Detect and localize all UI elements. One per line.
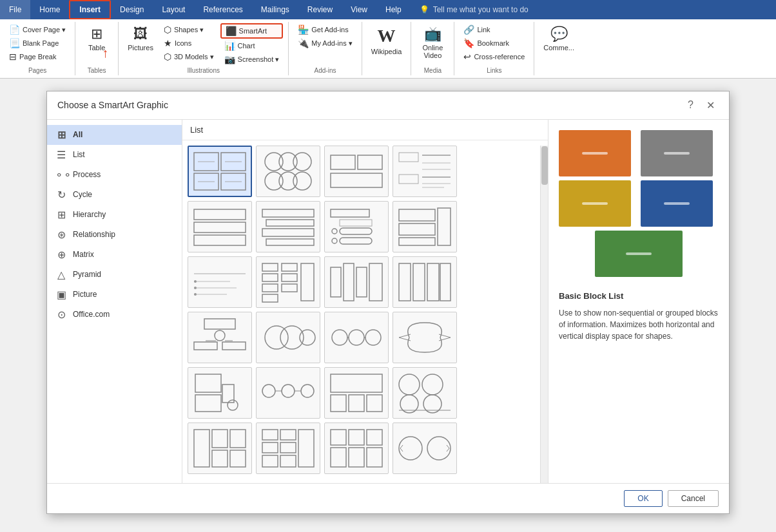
category-officecom[interactable]: ⊙ Office.com [47, 305, 182, 325]
comment-button[interactable]: 💬 Comme... [539, 23, 578, 54]
ok-button[interactable]: OK [624, 490, 662, 507]
smartart-button[interactable]: ⬛ SmartArt [220, 23, 284, 39]
bookmark-icon: 🔖 [463, 38, 474, 48]
pages-items: 📄 Cover Page ▾ 📃 Blank Page ⊟ Page Break [5, 23, 70, 63]
grid-item-9[interactable] [188, 256, 252, 308]
grid-scrollbar[interactable] [540, 146, 548, 483]
svg-rect-14 [331, 155, 355, 169]
dialog-help-button[interactable]: ? [684, 98, 697, 112]
addins-items: 🏪 Get Add-ins 🔌 My Add-ins ▾ [294, 23, 356, 50]
grid-item-10[interactable] [256, 256, 320, 308]
grid-item-3[interactable] [324, 146, 389, 197]
tab-insert[interactable]: Insert [69, 0, 111, 19]
blank-page-button[interactable]: 📃 Blank Page [5, 37, 70, 50]
grid-item-22[interactable] [256, 423, 320, 474]
category-list[interactable]: ☰ List [47, 145, 182, 165]
grid-item-15[interactable] [324, 312, 389, 363]
grid-item-16[interactable] [393, 312, 457, 363]
category-cycle[interactable]: ↻ Cycle [47, 185, 182, 205]
svg-rect-63 [427, 263, 439, 301]
ribbon-tab-list: File Home Insert Design Layout Reference… [0, 0, 776, 19]
pictures-button[interactable]: 🖼 Pictures [124, 23, 157, 54]
svg-rect-41 [399, 238, 435, 245]
grid-item-19[interactable] [324, 367, 389, 419]
category-process[interactable]: ⚬⚬ Process [47, 165, 182, 185]
tab-references[interactable]: References [194, 0, 251, 19]
grid-item-6[interactable] [256, 201, 320, 252]
grid-scroll[interactable] [182, 140, 548, 483]
category-picture[interactable]: ▣ Picture [47, 285, 182, 305]
dialog-body: ⊞ All ☰ List ⚬⚬ Process ↻ Cycle [47, 120, 729, 483]
category-pyramid[interactable]: △ Pyramid [47, 265, 182, 285]
svg-point-119 [399, 437, 422, 460]
tab-home[interactable]: Home [30, 0, 69, 19]
cross-reference-button[interactable]: ↩ Cross-reference [460, 50, 529, 63]
grid-item-5[interactable] [188, 201, 252, 252]
get-addins-button[interactable]: 🏪 Get Add-ins [294, 23, 356, 36]
tab-layout[interactable]: Layout [153, 0, 194, 19]
link-button[interactable]: 🔗 Link [460, 23, 529, 36]
grid-item-21[interactable] [188, 423, 252, 474]
screenshot-button[interactable]: 📷 Screenshot ▾ [220, 53, 284, 66]
grid-item-2[interactable] [256, 146, 320, 197]
grid-item-4[interactable] [393, 146, 457, 197]
grid-item-13[interactable] [188, 312, 252, 363]
category-all[interactable]: ⊞ All [47, 125, 182, 145]
all-icon: ⊞ [55, 129, 68, 141]
dialog-close-button[interactable]: ✕ [703, 98, 719, 113]
svg-point-48 [194, 293, 197, 296]
online-video-button[interactable]: 📺 OnlineVideo [416, 23, 449, 62]
category-relationship[interactable]: ⊛ Relationship [47, 225, 182, 245]
category-hierarchy[interactable]: ⊞ Hierarchy [47, 205, 182, 225]
relationship-icon: ⊛ [55, 229, 68, 241]
grid-item-23[interactable] [324, 423, 389, 474]
tab-mailings[interactable]: Mailings [252, 0, 298, 19]
svg-point-10 [293, 153, 311, 171]
tab-review[interactable]: Review [298, 0, 342, 19]
scroll-thumb[interactable] [541, 146, 548, 185]
tell-me-bar[interactable]: 💡 [411, 0, 776, 19]
wikipedia-button[interactable]: W Wikipedia [367, 23, 406, 58]
chart-button[interactable]: 📊 Chart [220, 39, 284, 52]
category-matrix[interactable]: ⊕ Matrix [47, 245, 182, 265]
grid-item-11[interactable] [324, 256, 389, 308]
grid-item-24[interactable] [393, 423, 457, 474]
svg-rect-84 [195, 395, 221, 412]
svg-rect-94 [349, 395, 364, 412]
page-break-label: Page Break [19, 53, 56, 61]
grid-item-20[interactable] [393, 367, 457, 419]
cancel-button[interactable]: Cancel [668, 490, 719, 507]
tab-help[interactable]: Help [376, 0, 411, 19]
grid-item-17[interactable] [188, 367, 252, 419]
tab-view[interactable]: View [342, 0, 376, 19]
page-break-button[interactable]: ⊟ Page Break [5, 50, 70, 63]
svg-point-36 [332, 229, 337, 234]
3d-models-button[interactable]: ⬡ 3D Models ▾ [160, 50, 218, 63]
grid-row-5 [188, 367, 543, 419]
cover-page-button[interactable]: 📄 Cover Page ▾ [5, 23, 70, 36]
dialog-overlay: Choose a SmartArt Graphic ? ✕ ⊞ All ☰ Li… [0, 79, 776, 526]
svg-rect-61 [399, 263, 411, 301]
link-icon: 🔗 [463, 24, 474, 35]
wikipedia-icon: W [378, 26, 396, 46]
svg-rect-54 [282, 274, 297, 281]
grid-row-1 [188, 146, 543, 197]
table-button[interactable]: ⊞ Table [81, 23, 113, 54]
bookmark-button[interactable]: 🔖 Bookmark [460, 37, 529, 50]
grid-item-18[interactable] [256, 367, 320, 419]
tab-design[interactable]: Design [111, 0, 153, 19]
grid-item-basic-block[interactable] [188, 146, 252, 197]
grid-item-7[interactable] [324, 201, 389, 252]
grid-item-12[interactable] [393, 256, 457, 308]
chart-label: Chart [238, 42, 255, 50]
grid-item-8[interactable] [393, 201, 457, 252]
shapes-button[interactable]: ⬡ Shapes ▾ [160, 23, 218, 36]
thumb-2 [260, 150, 316, 193]
comment-label: Comme... [543, 44, 574, 52]
icons-button[interactable]: ★ Icons [160, 37, 218, 50]
grid-item-14[interactable] [256, 312, 320, 363]
tell-me-input[interactable] [433, 5, 767, 14]
my-addins-button[interactable]: 🔌 My Add-ins ▾ [294, 37, 356, 50]
thumb-13 [191, 316, 248, 359]
tab-file[interactable]: File [0, 0, 30, 19]
